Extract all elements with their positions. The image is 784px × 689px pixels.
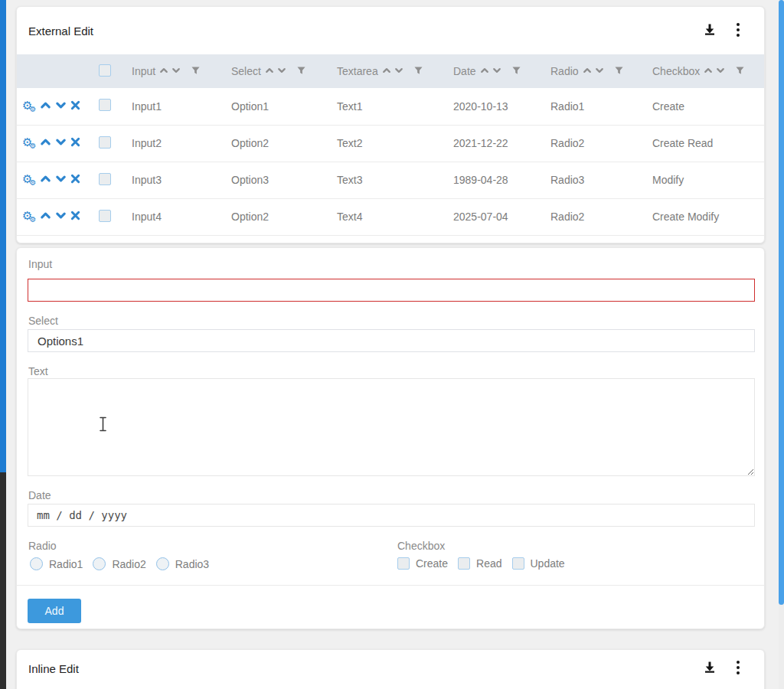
sort-asc-icon[interactable] — [159, 65, 168, 77]
select-value: Options1 — [38, 335, 83, 348]
left-scrollbar-thumb[interactable] — [0, 0, 6, 472]
table-row: ⚙︎⚙︎ Input4 Option2 Text4 2025-07-04 Rad… — [17, 198, 765, 235]
cell-select: Option2 — [225, 198, 331, 235]
row-move-down-icon[interactable] — [55, 173, 67, 187]
row-checkbox[interactable] — [99, 99, 111, 111]
download-icon — [703, 661, 717, 677]
row-move-down-icon[interactable] — [55, 210, 67, 224]
row-move-up-icon[interactable] — [40, 100, 51, 113]
sort-desc-icon[interactable] — [595, 65, 604, 77]
radio-group: Radio1 Radio2 Radio3 — [30, 557, 209, 570]
row-move-up-icon[interactable] — [40, 210, 51, 224]
card-title: External Edit — [28, 24, 93, 38]
filter-icon[interactable] — [414, 65, 423, 77]
left-scrollbar-track — [0, 472, 6, 689]
add-button[interactable]: Add — [28, 599, 81, 623]
column-label: Input — [132, 65, 155, 77]
text-cursor — [99, 416, 107, 435]
sort-asc-icon[interactable] — [704, 65, 713, 77]
cell-input: Input3 — [126, 162, 225, 198]
row-delete-icon[interactable] — [70, 174, 80, 186]
column-label: Checkbox — [652, 65, 700, 77]
filter-icon[interactable] — [615, 65, 623, 77]
radio-icon — [156, 557, 169, 570]
row-delete-icon[interactable] — [70, 137, 80, 149]
select-field[interactable]: Options1 — [28, 329, 755, 352]
table-row: ⚙︎⚙︎ Input2 Option2 Text2 2021-12-22 Rad… — [17, 125, 765, 162]
form-divider — [17, 585, 764, 586]
column-label: Date — [453, 65, 476, 77]
column-label: Radio — [550, 65, 579, 77]
radio-option-radio2[interactable]: Radio2 — [93, 557, 145, 570]
radio-option-radio3[interactable]: Radio3 — [156, 557, 209, 570]
filter-icon[interactable] — [297, 65, 305, 77]
radio-option-radio1[interactable]: Radio1 — [30, 557, 83, 570]
cell-radio: Radio2 — [544, 125, 646, 162]
cell-textarea: Text2 — [331, 125, 447, 162]
column-header-radio: Radio — [544, 54, 646, 88]
menu-button[interactable] — [737, 661, 740, 677]
page-scrollbar-thumb[interactable] — [779, 0, 784, 605]
download-button[interactable] — [703, 661, 717, 677]
row-delete-icon[interactable] — [70, 100, 80, 113]
kebab-menu-icon — [737, 661, 740, 677]
actions-header — [17, 54, 86, 88]
row-move-down-icon[interactable] — [55, 100, 67, 113]
sort-desc-icon[interactable] — [492, 65, 501, 77]
sort-asc-icon[interactable] — [583, 65, 592, 77]
select-label: Select — [28, 315, 58, 327]
cell-select: Option3 — [225, 162, 331, 198]
input-label: Input — [28, 258, 52, 270]
row-settings-icon[interactable]: ⚙︎⚙︎ — [22, 136, 36, 150]
sort-asc-icon[interactable] — [265, 65, 274, 77]
row-move-down-icon[interactable] — [55, 136, 67, 150]
sort-desc-icon[interactable] — [277, 65, 286, 77]
filter-icon[interactable] — [736, 65, 744, 77]
checkbox-option-update[interactable]: Update — [512, 557, 565, 570]
cell-select: Option2 — [225, 125, 331, 162]
checkbox-group-label: Checkbox — [397, 540, 445, 552]
input-field[interactable] — [28, 279, 755, 302]
sort-asc-icon[interactable] — [480, 65, 489, 77]
cell-checkbox: Modify — [646, 162, 765, 198]
sort-desc-icon[interactable] — [394, 65, 403, 77]
column-header-textarea: Textarea — [331, 54, 447, 88]
text-field[interactable] — [28, 378, 755, 476]
cell-input: Input2 — [126, 125, 225, 162]
row-settings-icon[interactable]: ⚙︎⚙︎ — [22, 100, 36, 113]
menu-button[interactable] — [737, 23, 740, 39]
sort-asc-icon[interactable] — [382, 65, 391, 77]
checkbox-icon — [512, 557, 524, 570]
radio-icon — [93, 557, 106, 570]
filter-icon[interactable] — [512, 65, 521, 77]
table-row: ⚙︎⚙︎ Input3 Option3 Text3 1989-04-28 Rad… — [17, 162, 765, 198]
row-checkbox[interactable] — [99, 136, 111, 149]
cell-date: 2025-07-04 — [447, 198, 544, 235]
row-settings-icon[interactable]: ⚙︎⚙︎ — [22, 173, 36, 187]
cell-radio: Radio2 — [544, 198, 646, 235]
checkbox-icon — [458, 557, 470, 570]
row-move-up-icon[interactable] — [40, 136, 51, 150]
select-all-checkbox[interactable] — [99, 64, 111, 77]
checkbox-option-create[interactable]: Create — [397, 557, 448, 570]
date-field[interactable] — [28, 504, 755, 527]
cell-textarea: Text1 — [331, 88, 447, 125]
cell-date: 2021-12-22 — [447, 125, 544, 162]
row-settings-icon[interactable]: ⚙︎⚙︎ — [22, 210, 36, 224]
sort-desc-icon[interactable] — [172, 65, 181, 77]
sort-desc-icon[interactable] — [716, 65, 725, 77]
row-checkbox[interactable] — [99, 173, 111, 185]
checkbox-option-read[interactable]: Read — [458, 557, 501, 570]
cell-checkbox: Create Modify — [646, 198, 765, 235]
date-label: Date — [28, 489, 51, 501]
radio-icon — [30, 557, 43, 570]
cell-textarea: Text4 — [331, 198, 447, 235]
inline-edit-card: Inline Edit — [16, 649, 765, 689]
filter-icon[interactable] — [191, 65, 200, 77]
download-button[interactable] — [703, 23, 717, 39]
column-header-input: Input — [126, 54, 225, 88]
row-move-up-icon[interactable] — [40, 173, 51, 187]
row-checkbox[interactable] — [99, 210, 111, 222]
data-table: Input Select — [17, 54, 765, 236]
row-delete-icon[interactable] — [70, 211, 80, 223]
